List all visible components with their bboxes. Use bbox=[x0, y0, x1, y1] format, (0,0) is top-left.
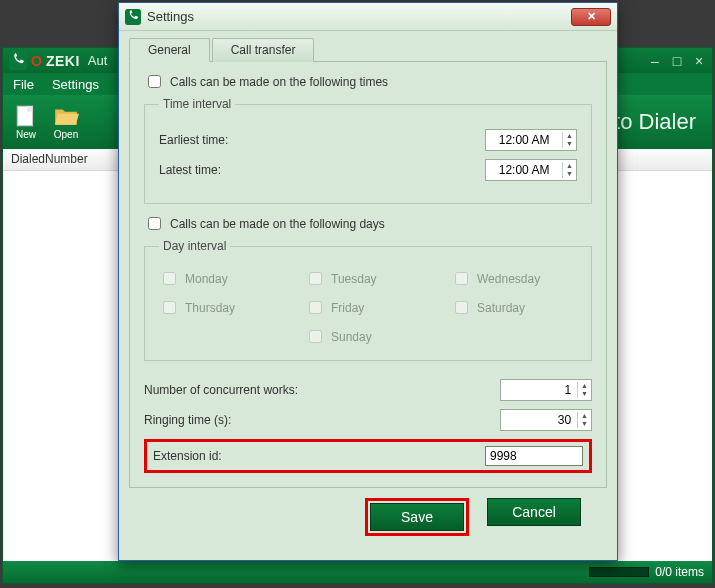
day-monday[interactable]: Monday bbox=[159, 269, 285, 288]
day-friday[interactable]: Friday bbox=[305, 298, 431, 317]
day-saturday[interactable]: Saturday bbox=[451, 298, 577, 317]
thursday-checkbox[interactable] bbox=[163, 301, 176, 314]
save-button[interactable]: Save bbox=[370, 503, 464, 531]
menu-file[interactable]: File bbox=[13, 77, 34, 92]
tab-panel-general: Calls can be made on the following times… bbox=[129, 62, 607, 488]
friday-checkbox[interactable] bbox=[309, 301, 322, 314]
close-icon: ✕ bbox=[587, 10, 596, 23]
ringing-spinner[interactable]: ▲▼ bbox=[577, 412, 591, 428]
dialog-icon bbox=[125, 9, 141, 25]
concurrent-label: Number of concurrent works: bbox=[144, 383, 500, 397]
times-checkbox[interactable] bbox=[148, 75, 161, 88]
friday-label: Friday bbox=[331, 301, 364, 315]
chevron-down-icon[interactable]: ▼ bbox=[563, 170, 576, 178]
latest-time-spinner[interactable]: ▲▼ bbox=[562, 162, 576, 178]
day-thursday[interactable]: Thursday bbox=[159, 298, 285, 317]
dialog-titlebar[interactable]: Settings ✕ bbox=[119, 3, 617, 31]
chevron-down-icon[interactable]: ▼ bbox=[563, 140, 576, 148]
dialog-close-button[interactable]: ✕ bbox=[571, 8, 611, 26]
sunday-label: Sunday bbox=[331, 330, 372, 344]
dialog-title: Settings bbox=[147, 9, 194, 24]
days-checkbox-label: Calls can be made on the following days bbox=[170, 217, 385, 231]
tuesday-checkbox[interactable] bbox=[309, 272, 322, 285]
dialog-body: General Call transfer Calls can be made … bbox=[119, 31, 617, 560]
earliest-time-field[interactable] bbox=[486, 131, 562, 149]
status-progress bbox=[589, 567, 649, 577]
app-title-suffix: Aut bbox=[88, 53, 108, 68]
svg-rect-2 bbox=[27, 106, 32, 111]
save-button-label: Save bbox=[401, 509, 433, 525]
extension-label: Extension id: bbox=[153, 449, 485, 463]
ringing-label: Ringing time (s): bbox=[144, 413, 500, 427]
chevron-up-icon[interactable]: ▲ bbox=[563, 162, 576, 170]
app-logo: OZEKI bbox=[9, 52, 80, 70]
menu-settings[interactable]: Settings bbox=[52, 77, 99, 92]
new-file-icon bbox=[13, 105, 39, 127]
tab-bar: General Call transfer bbox=[129, 37, 607, 62]
window-controls: – □ × bbox=[648, 53, 706, 69]
concurrent-spinner[interactable]: ▲▼ bbox=[577, 382, 591, 398]
chevron-down-icon[interactable]: ▼ bbox=[578, 390, 591, 398]
time-interval-legend: Time interval bbox=[159, 97, 235, 111]
concurrent-field[interactable] bbox=[501, 381, 577, 399]
brand-rest: ZEKI bbox=[46, 53, 80, 69]
tab-general[interactable]: General bbox=[129, 38, 210, 62]
status-bar: 0/0 items bbox=[3, 561, 712, 583]
phone-icon bbox=[9, 52, 27, 70]
open-folder-icon bbox=[53, 105, 79, 127]
tuesday-label: Tuesday bbox=[331, 272, 377, 286]
tab-general-label: General bbox=[148, 43, 191, 57]
close-button[interactable]: × bbox=[692, 53, 706, 69]
status-text: 0/0 items bbox=[655, 565, 704, 579]
ringing-row: Ringing time (s): ▲▼ bbox=[144, 409, 592, 431]
dialog-button-bar: Save Cancel bbox=[129, 488, 607, 550]
cancel-button[interactable]: Cancel bbox=[487, 498, 581, 526]
chevron-up-icon[interactable]: ▲ bbox=[578, 382, 591, 390]
extension-id-field[interactable] bbox=[485, 446, 583, 466]
day-wednesday[interactable]: Wednesday bbox=[451, 269, 577, 288]
monday-checkbox[interactable] bbox=[163, 272, 176, 285]
chevron-up-icon[interactable]: ▲ bbox=[578, 412, 591, 420]
monday-label: Monday bbox=[185, 272, 228, 286]
saturday-checkbox[interactable] bbox=[455, 301, 468, 314]
extension-row-highlight: Extension id: bbox=[144, 439, 592, 473]
save-button-highlight: Save bbox=[365, 498, 469, 536]
day-interval-group: Day interval Monday Tuesday Wednesday Th… bbox=[144, 239, 592, 361]
brand-first-letter: O bbox=[31, 53, 42, 69]
ringing-input[interactable]: ▲▼ bbox=[500, 409, 592, 431]
chevron-up-icon[interactable]: ▲ bbox=[563, 132, 576, 140]
toolbar-new[interactable]: New bbox=[9, 103, 43, 142]
cancel-button-label: Cancel bbox=[512, 504, 556, 520]
wednesday-checkbox[interactable] bbox=[455, 272, 468, 285]
day-sunday[interactable]: Sunday bbox=[305, 327, 431, 346]
earliest-time-input[interactable]: ▲▼ bbox=[485, 129, 577, 151]
minimize-button[interactable]: – bbox=[648, 53, 662, 69]
toolbar-open-label: Open bbox=[54, 129, 78, 140]
chevron-down-icon[interactable]: ▼ bbox=[578, 420, 591, 428]
latest-time-field[interactable] bbox=[486, 161, 562, 179]
concurrent-input[interactable]: ▲▼ bbox=[500, 379, 592, 401]
latest-time-row: Latest time: ▲▼ bbox=[159, 159, 577, 181]
sunday-checkbox[interactable] bbox=[309, 330, 322, 343]
days-checkbox-row[interactable]: Calls can be made on the following days bbox=[144, 214, 592, 233]
times-checkbox-label: Calls can be made on the following times bbox=[170, 75, 388, 89]
thursday-label: Thursday bbox=[185, 301, 235, 315]
concurrent-row: Number of concurrent works: ▲▼ bbox=[144, 379, 592, 401]
wednesday-label: Wednesday bbox=[477, 272, 540, 286]
latest-time-input[interactable]: ▲▼ bbox=[485, 159, 577, 181]
ringing-field[interactable] bbox=[501, 411, 577, 429]
extension-row: Extension id: bbox=[153, 446, 583, 466]
time-interval-group: Time interval Earliest time: ▲▼ Latest t… bbox=[144, 97, 592, 204]
earliest-time-spinner[interactable]: ▲▼ bbox=[562, 132, 576, 148]
times-checkbox-row[interactable]: Calls can be made on the following times bbox=[144, 72, 592, 91]
saturday-label: Saturday bbox=[477, 301, 525, 315]
tab-call-transfer-label: Call transfer bbox=[231, 43, 296, 57]
toolbar-new-label: New bbox=[16, 129, 36, 140]
latest-time-label: Latest time: bbox=[159, 163, 485, 177]
tab-call-transfer[interactable]: Call transfer bbox=[212, 38, 315, 62]
day-tuesday[interactable]: Tuesday bbox=[305, 269, 431, 288]
toolbar-open[interactable]: Open bbox=[49, 103, 83, 142]
days-checkbox[interactable] bbox=[148, 217, 161, 230]
column-header-label: DialedNumber bbox=[11, 152, 88, 166]
maximize-button[interactable]: □ bbox=[670, 53, 684, 69]
